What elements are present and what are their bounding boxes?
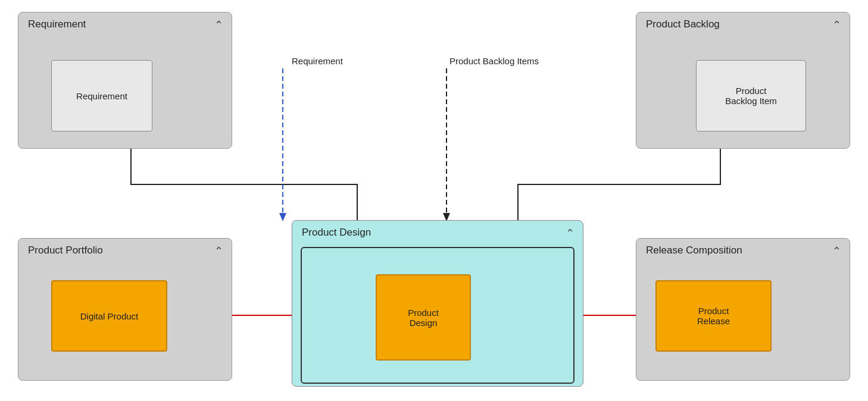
product-portfolio-package-title: Product Portfolio — [28, 245, 103, 256]
requirement-element-label: Requirement — [76, 91, 127, 101]
product-backlog-package: Product Backlog ⌃ ProductBacklog Item — [636, 12, 850, 149]
requirement-chevron-icon: ⌃ — [214, 18, 223, 32]
release-composition-chevron-icon: ⌃ — [832, 245, 841, 258]
backlog-items-arrow-label: Product Backlog Items — [449, 56, 539, 66]
release-composition-package: Release Composition ⌃ ProductRelease — [636, 238, 850, 381]
product-design-package: Product Design ⌃ ProductDesign — [292, 220, 583, 387]
requirement-package-title: Requirement — [28, 18, 86, 30]
product-portfolio-chevron-icon: ⌃ — [214, 245, 223, 258]
product-backlog-item-element: ProductBacklog Item — [696, 60, 806, 131]
product-release-element: ProductRelease — [655, 280, 772, 352]
product-design-element: ProductDesign — [376, 274, 471, 361]
digital-product-label: Digital Product — [80, 311, 139, 321]
product-backlog-item-label: ProductBacklog Item — [725, 86, 777, 106]
release-composition-package-title: Release Composition — [646, 245, 742, 256]
diagram-container: Requirement Product Backlog Items Requir… — [0, 0, 868, 401]
requirement-arrow-label: Requirement — [292, 56, 344, 66]
requirement-element: Requirement — [51, 60, 152, 131]
product-portfolio-package: Product Portfolio ⌃ Digital Product — [18, 238, 232, 381]
digital-product-element: Digital Product — [51, 280, 167, 352]
product-backlog-package-title: Product Backlog — [646, 18, 720, 30]
product-release-label: ProductRelease — [697, 306, 730, 326]
svg-marker-1 — [279, 213, 286, 221]
requirement-package: Requirement ⌃ Requirement — [18, 12, 232, 149]
product-backlog-chevron-icon: ⌃ — [832, 18, 841, 32]
product-design-chevron-icon: ⌃ — [566, 227, 574, 240]
product-design-element-label: ProductDesign — [408, 308, 439, 328]
product-design-package-title: Product Design — [302, 227, 371, 239]
